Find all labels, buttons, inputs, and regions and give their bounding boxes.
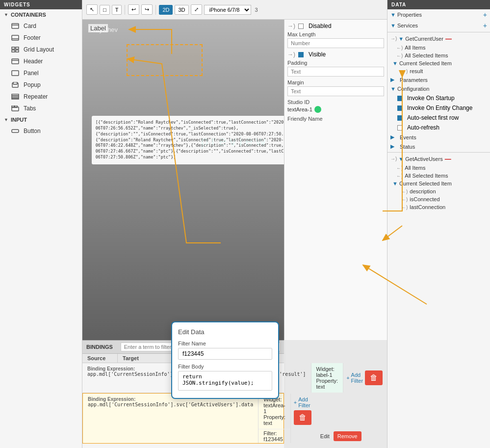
sidebar-item-card[interactable]: Card [0,20,82,32]
margin-input[interactable] [287,86,384,96]
sidebar-item-popup[interactable]: Popup [0,79,82,91]
frame-tool[interactable]: □ [100,5,110,15]
mode-3d-button[interactable]: 3D [175,5,188,15]
properties-chevron: ▼ [390,12,396,18]
text-tool[interactable]: T [112,5,122,15]
device-selector[interactable]: iPhone 6/7/8 [204,5,251,15]
binding-source-2: Binding Expression: app.mdl['CurrentSess… [83,394,258,443]
filter-label: Filter: [263,430,277,436]
sidebar-item-label: Header [24,58,43,65]
svg-rect-2 [12,35,19,40]
current-selected-header[interactable]: ▼ Current Selected Item [387,59,490,67]
svg-rect-8 [12,59,19,64]
svg-rect-14 [12,96,19,98]
canvas-widget-box[interactable] [127,44,203,76]
delete-btn-1[interactable]: 🗑 [365,370,383,385]
get-current-remove[interactable]: — [445,35,452,42]
sidebar-item-button[interactable]: Button [0,125,82,137]
lastconnection-arrow: ←) [401,205,408,210]
disabled-checkbox[interactable] [298,24,304,29]
input-label: INPUT [11,117,27,123]
button-icon [11,128,20,134]
parameters-row[interactable]: ▶ Parameters [387,75,490,84]
active-current-label: Current Selected Item [399,181,452,186]
sidebar-item-grid[interactable]: Grid Layout [0,44,82,55]
services-plus[interactable]: + [483,22,487,29]
data-sidebar: DATA ▼ Properties + ▼ Services + →) ▼ Ge… [387,0,490,448]
sidebar-item-tabs[interactable]: Tabs [0,103,82,114]
padding-input[interactable] [287,67,384,77]
auto-refresh-row: Auto-refresh [387,123,490,132]
svg-rect-10 [12,71,19,76]
visible-checkbox[interactable] [298,52,304,57]
bindings-title: BINDINGS [86,344,113,350]
sidebar-item-label: Button [24,128,41,134]
binding-expr-2: app.mdl['CurrentSessionInfo'].svc['GetAc… [88,402,253,407]
visible-arrow: →) [287,51,295,58]
add-filter-btn-1[interactable]: +Add Filter [346,372,363,384]
all-items-label: All Items [405,45,425,51]
studio-id-row: Studio ID textArea-1 [287,99,384,113]
active-current-selected-header[interactable]: ▼ Current Selected Item [387,180,490,187]
max-length-input[interactable] [287,38,384,48]
services-row[interactable]: ▼ Services + [387,20,490,31]
active-all-items-arrow: ←) [396,165,403,171]
binding-actions-2: +Add Filter 🗑 [291,394,314,443]
margin-label: Margin [287,79,384,85]
filter-body-input[interactable]: return JSON.stringify(value); [178,371,272,391]
data-header: DATA [387,0,490,9]
filter-body-label: Filter Body [178,364,272,369]
filter-name-input[interactable] [178,348,272,360]
get-current-all-items: ←) All Items [387,44,490,52]
containers-section[interactable]: ▼ CONTAINERS [0,9,82,20]
mode-2d-button[interactable]: 2D [159,5,173,15]
events-row[interactable]: ▶ Events [387,132,490,142]
get-current-chevron: ▼ [398,36,404,42]
delete-btn-2[interactable]: 🗑 [294,410,311,425]
disabled-label: Disabled [309,23,332,29]
binding-target-1: Widget: label-1 Property: text [311,363,344,393]
invoke-entity-check[interactable] [397,105,403,111]
invoke-entity-row: Invoke On Entity Change [387,103,490,113]
get-current-user-row[interactable]: →) ▼ GetCurrentUser — [387,33,490,44]
sidebar-item-panel[interactable]: Panel [0,67,82,79]
studio-id-value: textArea-1 [287,106,312,112]
properties-plus[interactable]: + [483,11,487,19]
zoom-button[interactable]: ⤢ [191,4,202,15]
sidebar-item-repeater[interactable]: Repeater [0,91,82,103]
binding-row-2: Binding Expression: app.mdl['CurrentSess… [82,393,284,444]
containers-chevron: ▼ [4,12,8,17]
sidebar-item-footer[interactable]: Footer [0,32,82,44]
properties-label: Properties [397,12,422,18]
active-all-selected-arrow: ←) [396,173,403,179]
canvas-content: preview rraytchev [{"description":"Rolan… [82,20,387,448]
remove-btn[interactable]: Remove [334,431,361,441]
redo-button[interactable]: ↪ [141,4,153,15]
status-row[interactable]: ▶ Status [387,142,490,151]
svg-rect-13 [12,94,19,96]
events-label: Events [396,134,416,140]
get-active-users-row[interactable]: →) ▼ GetActiveUsers — [387,154,490,164]
toolbar-separator-2 [155,5,156,15]
input-chevron: ▼ [4,117,8,122]
input-section[interactable]: ▼ INPUT [0,114,82,125]
get-active-all-selected: ←) All Selected Items [387,172,490,180]
invoke-startup-check[interactable] [397,96,403,101]
undo-button[interactable]: ↩ [128,4,139,15]
friendly-name-label: Friendly Name [287,116,384,122]
studio-id-edit[interactable] [314,106,321,113]
auto-select-check[interactable] [397,115,403,121]
add-filter-btn-2[interactable]: +Add Filter [294,396,311,408]
edit-btn[interactable]: Edit [316,431,334,441]
current-selected-chevron: ▼ [392,60,398,66]
active-current-chevron: ▼ [392,181,398,186]
configuration-row[interactable]: ▼ Configuration [387,84,490,93]
edit-remove-actions: Edit Remove [314,394,363,443]
auto-refresh-check[interactable] [397,125,403,131]
get-active-remove[interactable]: — [445,155,451,162]
pointer-tool[interactable]: ↖ [86,4,98,15]
sidebar-item-header[interactable]: Header [0,55,82,67]
properties-row[interactable]: ▼ Properties + [387,9,490,20]
footer-icon [11,34,20,41]
status-chevron: ▶ [390,143,394,150]
